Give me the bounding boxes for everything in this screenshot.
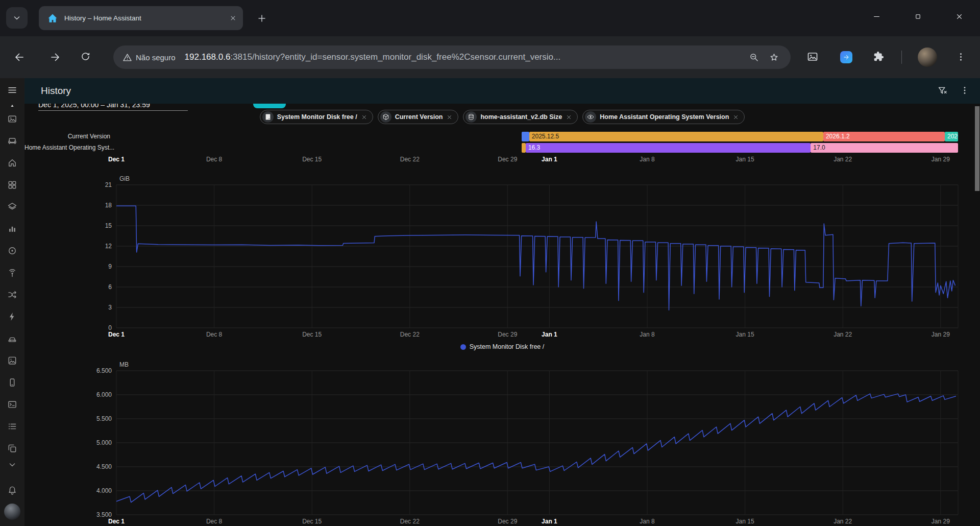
svg-text:Dec 22: Dec 22 xyxy=(400,518,420,525)
timeline-segment[interactable] xyxy=(522,132,529,141)
blue-extension-icon[interactable] xyxy=(840,51,852,63)
chip-label: System Monitor Disk free / xyxy=(277,113,357,121)
entity-chips: System Monitor Disk free /Current Versio… xyxy=(24,110,980,124)
svg-text:Dec 1: Dec 1 xyxy=(108,331,125,338)
sidebar-home-icon[interactable] xyxy=(0,152,24,174)
date-range-value: Dec 1, 2025, 00:00 – Jan 31, 23:59 xyxy=(38,104,188,109)
new-tab-button[interactable] xyxy=(254,10,270,27)
svg-text:5.500: 5.500 xyxy=(96,415,112,422)
chip-close-icon[interactable] xyxy=(361,114,368,121)
ha-sidebar xyxy=(0,78,24,526)
sidebar-flash-icon[interactable] xyxy=(0,305,24,327)
timeline-segment[interactable]: 2025.12.5 xyxy=(529,132,823,141)
svg-text:3: 3 xyxy=(108,304,112,311)
sidebar-car-icon[interactable] xyxy=(0,327,24,349)
svg-text:4.500: 4.500 xyxy=(96,463,112,470)
filter-remove-icon[interactable] xyxy=(937,85,948,96)
sidebar-chart-icon[interactable] xyxy=(0,218,24,240)
timeline-axis-label: Jan 22 xyxy=(820,156,866,163)
timeline-axis-label: Jan 29 xyxy=(918,156,964,163)
sidebar-list-icon[interactable] xyxy=(0,415,24,437)
svg-text:Jan 1: Jan 1 xyxy=(542,331,557,338)
extensions-puzzle-icon[interactable] xyxy=(873,51,884,62)
timeline-segment[interactable]: 17.0 xyxy=(811,143,958,153)
chip-close-icon[interactable] xyxy=(566,114,572,121)
tab-close-icon[interactable] xyxy=(229,14,237,22)
entity-chip[interactable]: System Monitor Disk free / xyxy=(260,110,373,124)
url-path: :3815/history?entity_id=sensor.system_mo… xyxy=(230,52,560,62)
svg-text:Dec 22: Dec 22 xyxy=(400,331,420,338)
sidebar-scroll-down-icon[interactable] xyxy=(7,460,17,470)
ha-header: History xyxy=(24,78,980,104)
window-minimize-button[interactable] xyxy=(865,0,888,33)
svg-text:Dec 15: Dec 15 xyxy=(302,331,322,338)
sidebar-grid-icon[interactable] xyxy=(0,174,24,196)
sidebar-frame-icon[interactable] xyxy=(0,349,24,371)
harddisk-icon xyxy=(262,111,274,123)
sidebar-picture-icon[interactable] xyxy=(0,108,24,130)
sidebar-shuffle-icon[interactable] xyxy=(0,283,24,305)
sidebar-phone-icon[interactable] xyxy=(0,371,24,393)
legend-label: System Monitor Disk free / xyxy=(470,343,545,350)
sidebar-sofa-icon[interactable] xyxy=(0,130,24,152)
svg-text:Jan 22: Jan 22 xyxy=(834,518,852,525)
tab-search-button[interactable] xyxy=(6,7,28,29)
back-button[interactable] xyxy=(13,51,26,63)
timeline-segment[interactable]: 2026.1.2 xyxy=(823,132,945,141)
timeline-segment[interactable]: 16.3 xyxy=(526,143,811,153)
url-text[interactable]: 192.168.0.6:3815/history?entity_id=senso… xyxy=(185,52,561,62)
package-icon xyxy=(380,111,391,123)
window-maximize-button[interactable] xyxy=(906,0,929,33)
chart-legend[interactable]: System Monitor Disk free / xyxy=(24,343,980,350)
svg-text:12: 12 xyxy=(105,243,112,250)
address-bar[interactable]: Não seguro 192.168.0.6:3815/history?enti… xyxy=(113,45,791,69)
reload-button[interactable] xyxy=(80,51,92,63)
svg-text:18: 18 xyxy=(105,202,112,209)
sidebar-icon-list xyxy=(0,108,24,459)
window-close-button[interactable] xyxy=(947,0,971,33)
browser-menu-icon[interactable] xyxy=(955,52,966,62)
not-secure-warning-icon[interactable] xyxy=(122,53,132,62)
sidebar-copy-icon[interactable] xyxy=(0,437,24,459)
entity-chip[interactable]: Home Assistant Operating System Version xyxy=(582,110,745,124)
home-assistant-favicon xyxy=(47,13,58,24)
svg-text:Jan 22: Jan 22 xyxy=(834,331,852,338)
security-label[interactable]: Não seguro xyxy=(136,53,176,62)
svg-text:GiB: GiB xyxy=(119,175,130,182)
database-icon xyxy=(465,111,477,123)
chip-label: home-assistant_v2.db Size xyxy=(480,113,562,121)
svg-text:Dec 29: Dec 29 xyxy=(498,518,517,525)
svg-text:Jan 29: Jan 29 xyxy=(932,331,950,338)
ha-menu-kebab-icon[interactable] xyxy=(960,85,970,95)
timeline-axis-label: Dec 29 xyxy=(484,156,530,163)
image-extension-icon[interactable] xyxy=(806,51,819,63)
chip-close-icon[interactable] xyxy=(446,114,453,121)
timeline-row-label: Home Assistant Operating Syst... xyxy=(24,143,110,153)
timeline-axis-label: Jan 15 xyxy=(722,156,768,163)
menu-icon[interactable] xyxy=(7,85,18,95)
browser-tabstrip: History – Home Assistant xyxy=(0,0,980,36)
browser-tab[interactable]: History – Home Assistant xyxy=(39,6,243,30)
forward-button[interactable] xyxy=(49,51,61,63)
disk-free-chart[interactable]: 036912151821Dec 1Dec 8Dec 15Dec 22Dec 29… xyxy=(24,170,980,344)
timeline-segment[interactable] xyxy=(522,143,526,153)
user-avatar[interactable] xyxy=(4,504,20,520)
sidebar-layers-icon[interactable] xyxy=(0,196,24,218)
svg-text:Jan 8: Jan 8 xyxy=(640,518,655,525)
entity-chip[interactable]: Current Version xyxy=(378,110,459,124)
svg-text:0: 0 xyxy=(108,324,112,331)
chip-close-icon[interactable] xyxy=(732,114,739,121)
sidebar-antenna-icon[interactable] xyxy=(0,261,24,283)
zoom-icon[interactable] xyxy=(749,52,759,62)
db-size-chart[interactable]: 3.5004.0004.5005.0005.5006.0006.500Dec 1… xyxy=(24,359,980,526)
profile-avatar[interactable] xyxy=(918,47,937,67)
timeline-row-label: Current Version xyxy=(24,132,110,141)
eye-icon xyxy=(585,111,596,123)
entity-chip[interactable]: home-assistant_v2.db Size xyxy=(463,110,578,124)
sidebar-disc-icon[interactable] xyxy=(0,240,24,261)
notifications-bell-icon[interactable] xyxy=(7,485,17,495)
timeline-segment[interactable]: 2026.1.3 xyxy=(945,132,958,141)
ha-main: History Dec 1, 2025, 00:00 – Jan 31, 23:… xyxy=(24,78,980,526)
sidebar-console-icon[interactable] xyxy=(0,393,24,415)
bookmark-star-icon[interactable] xyxy=(769,52,779,63)
